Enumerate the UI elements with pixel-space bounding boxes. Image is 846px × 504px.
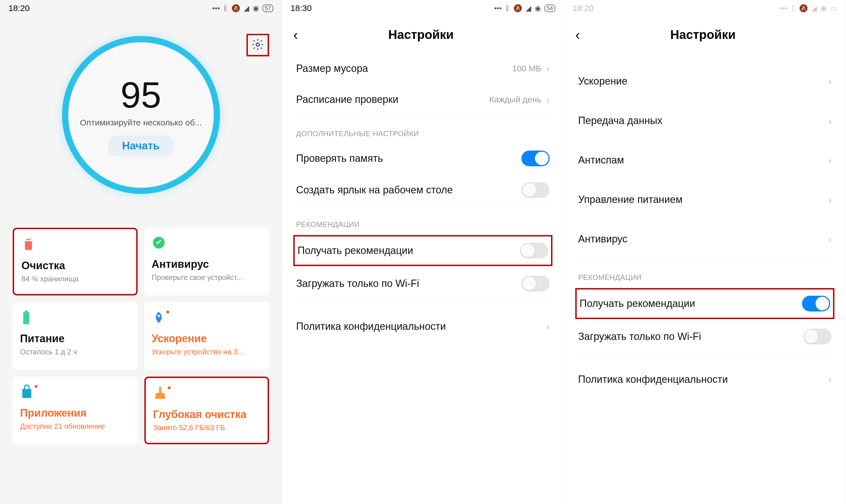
notification-dot bbox=[168, 386, 171, 389]
mute-icon: 🔕 bbox=[513, 4, 522, 13]
score-value: 95 bbox=[120, 74, 161, 116]
toggle-wifi-only[interactable] bbox=[804, 329, 832, 344]
more-icon: ••• bbox=[494, 4, 502, 13]
status-icons: ••• ᛒ 🔕 ◢ ◉ 54 bbox=[494, 4, 555, 13]
check-icon bbox=[152, 236, 262, 255]
privacy-label: Политика конфиденциальности bbox=[578, 374, 829, 385]
row-receive-rec-highlight[interactable]: Получать рекомендации bbox=[575, 288, 834, 319]
chevron-right-icon: › bbox=[829, 234, 832, 245]
wifi-icon: ◉ bbox=[535, 4, 541, 13]
row-trash-size[interactable]: Размер мусора 100 МБ › bbox=[282, 53, 564, 84]
trash-size-label: Размер мусора bbox=[296, 62, 512, 74]
row-receive-rec-highlight[interactable]: Получать рекомендации bbox=[293, 235, 552, 266]
wifi-only-label: Загружать только по Wi-Fi bbox=[296, 278, 522, 289]
phone-settings-1: 18:30 ••• ᛒ 🔕 ◢ ◉ 54 ‹ Настройки Размер … bbox=[282, 0, 564, 504]
svg-rect-3 bbox=[25, 311, 28, 312]
tile-title: Приложения bbox=[20, 407, 130, 419]
more-icon: ••• bbox=[780, 4, 788, 13]
bluetooth-icon: ᛒ bbox=[223, 4, 228, 13]
mute-icon: 🔕 bbox=[799, 4, 808, 13]
status-icons: ••• ᛒ 🔕 ◢ ◉ 57 bbox=[212, 4, 273, 13]
status-icons: ••• ᛒ 🔕 ◢ ◉ ▭ bbox=[780, 4, 837, 13]
tile-subtitle: Осталось 1 д 2 ч bbox=[20, 347, 130, 356]
row-управление-питанием[interactable]: Управление питанием› bbox=[564, 180, 846, 219]
row-label: Антиспам bbox=[578, 154, 829, 166]
row-label: Антивирус bbox=[578, 233, 829, 245]
status-bar: 18:30 ••• ᛒ 🔕 ◢ ◉ 54 bbox=[282, 0, 564, 16]
start-button[interactable]: Начать bbox=[108, 135, 174, 157]
wifi-icon: ◉ bbox=[820, 4, 827, 13]
chevron-right-icon: › bbox=[829, 76, 832, 87]
row-label: Передача данных bbox=[578, 115, 829, 127]
tile-антивирус[interactable]: АнтивирусПроверьте свое устройст... bbox=[144, 228, 269, 295]
row-ускорение[interactable]: Ускорение› bbox=[564, 61, 846, 101]
check-memory-label: Проверять память bbox=[296, 152, 522, 164]
signal-icon: ◢ bbox=[244, 4, 249, 13]
section-recommendations: РЕКОМЕНДАЦИИ bbox=[282, 206, 564, 233]
gear-icon[interactable] bbox=[251, 38, 264, 52]
tile-приложения[interactable]: ПриложенияДоступно 21 обновление bbox=[13, 377, 138, 444]
mute-icon: 🔕 bbox=[231, 4, 240, 13]
chevron-right-icon: › bbox=[829, 155, 832, 166]
tile-ускорение[interactable]: УскорениеУскорьте устройство на 3... bbox=[144, 302, 269, 370]
wifi-icon: ◉ bbox=[253, 4, 259, 13]
toggle-wifi-only[interactable] bbox=[522, 276, 550, 291]
trash-size-value: 100 МБ bbox=[512, 64, 542, 73]
signal-icon: ◢ bbox=[526, 4, 531, 13]
signal-icon: ◢ bbox=[811, 4, 817, 13]
toggle-receive-rec[interactable] bbox=[802, 296, 830, 311]
tile-title: Ускорение bbox=[152, 332, 262, 345]
row-privacy[interactable]: Политика конфиденциальности › bbox=[282, 311, 564, 342]
battery-icon: ▭ bbox=[830, 4, 837, 13]
receive-rec-label: Получать рекомендации bbox=[580, 298, 802, 309]
more-icon: ••• bbox=[212, 4, 220, 13]
wifi-only-label: Загружать только по Wi-Fi bbox=[578, 331, 804, 342]
settings-header: ‹ Настройки bbox=[282, 16, 564, 53]
tool-tiles: Очистка84 % хранилищаАнтивирусПроверьте … bbox=[0, 194, 282, 444]
rocket-icon bbox=[152, 310, 262, 330]
battery-indicator: 54 bbox=[545, 4, 555, 12]
row-privacy[interactable]: Политика конфиденциальности › bbox=[564, 364, 846, 395]
broom-icon bbox=[153, 386, 261, 406]
tile-питание[interactable]: ПитаниеОсталось 1 д 2 ч bbox=[13, 302, 138, 370]
section-recommendations: РЕКОМЕНДАЦИИ bbox=[564, 259, 846, 286]
row-schedule[interactable]: Расписание проверки Каждый день › bbox=[282, 84, 564, 115]
toggle-receive-rec[interactable] bbox=[520, 243, 548, 258]
battery-indicator: 57 bbox=[263, 4, 273, 12]
chevron-right-icon: › bbox=[547, 94, 550, 105]
svg-rect-2 bbox=[23, 312, 29, 324]
chevron-right-icon: › bbox=[829, 194, 832, 205]
row-shortcut[interactable]: Создать ярлык на рабочем столе bbox=[282, 174, 564, 206]
row-антивирус[interactable]: Антивирус› bbox=[564, 219, 846, 259]
chevron-right-icon: › bbox=[829, 115, 832, 126]
tile-title: Очистка bbox=[21, 259, 129, 272]
battery-icon bbox=[20, 310, 130, 330]
svg-point-0 bbox=[256, 43, 260, 46]
tile-title: Глубокая очистка bbox=[153, 409, 261, 420]
section-extra: ДОПОЛНИТЕЛЬНЫЕ НАСТРОЙКИ bbox=[282, 115, 564, 143]
tile-subtitle: Доступно 21 обновление bbox=[20, 422, 130, 431]
row-wifi-only[interactable]: Загружать только по Wi-Fi bbox=[564, 321, 846, 352]
tile-subtitle: Ускорьте устройство на 3... bbox=[152, 347, 262, 356]
svg-rect-5 bbox=[159, 387, 161, 393]
row-антиспам[interactable]: Антиспам› bbox=[564, 140, 846, 180]
row-label: Ускорение bbox=[578, 75, 829, 87]
row-check-memory[interactable]: Проверять память bbox=[282, 143, 564, 174]
page-title: Настройки bbox=[571, 28, 834, 42]
bluetooth-icon: ᛒ bbox=[791, 4, 795, 13]
row-передача-данных[interactable]: Передача данных› bbox=[564, 101, 846, 140]
status-time: 18:20 bbox=[572, 3, 594, 13]
tile-глубокая очистка[interactable]: Глубокая очисткаЗанято 52,6 ГБ/63 ГБ bbox=[144, 377, 269, 444]
chevron-right-icon: › bbox=[829, 374, 832, 385]
optimize-text: Оптимизируйте несколько об... bbox=[80, 118, 202, 127]
bluetooth-icon: ᛒ bbox=[505, 4, 510, 13]
toggle-check-memory[interactable] bbox=[522, 150, 550, 166]
row-label: Управление питанием bbox=[578, 194, 829, 205]
toggle-shortcut[interactable] bbox=[522, 182, 550, 198]
tile-очистка[interactable]: Очистка84 % хранилища bbox=[13, 228, 138, 295]
settings-header: ‹ Настройки bbox=[564, 16, 846, 53]
row-wifi-only[interactable]: Загружать только по Wi-Fi bbox=[282, 268, 564, 299]
phone-settings-2: 18:20 ••• ᛒ 🔕 ◢ ◉ ▭ ‹ Настройки Ускорени… bbox=[564, 0, 846, 504]
privacy-label: Политика конфиденциальности bbox=[296, 321, 547, 332]
tile-subtitle: Занято 52,6 ГБ/63 ГБ bbox=[153, 424, 261, 432]
